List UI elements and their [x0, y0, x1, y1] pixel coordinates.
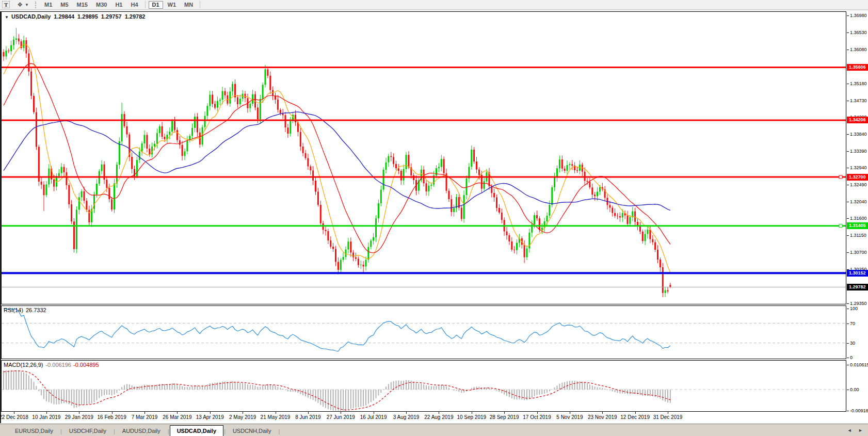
price-axis-tick: 1.33840	[850, 132, 867, 137]
timeframe-D1[interactable]: D1	[149, 1, 163, 9]
ohlc-low: 1.29757	[101, 13, 122, 20]
timeframe-W1[interactable]: W1	[164, 1, 180, 9]
chart-symbol-label: USDCAD,Daily	[11, 13, 51, 20]
chart-title: ▼USDCAD,Daily1.298441.298951.297571.2978…	[5, 13, 145, 20]
ohlc-close: 1.29782	[125, 13, 146, 20]
macd-axis-tick: -0.009183	[850, 408, 868, 413]
toolbar-grip[interactable]	[35, 2, 36, 8]
macd-value: -0.006196	[45, 362, 71, 368]
toolbar-separator	[145, 1, 146, 8]
tab-USDCAD[interactable]: USDCAD,Daily	[170, 425, 223, 436]
rsi-axis-tick: 70	[850, 321, 855, 326]
axis-tick-mark	[847, 50, 849, 50]
macd-histogram	[3, 370, 671, 411]
date-axis-label: 2 May 2019	[229, 414, 256, 420]
tab-USDCHF[interactable]: USDCHF,Daily	[62, 426, 113, 436]
macd-canvas[interactable]	[2, 361, 846, 411]
hline-price-label[interactable]: 1.30152	[847, 270, 868, 277]
tab-scroll-left-icon[interactable]: ◄	[847, 428, 852, 433]
date-axis-label: 5 Nov 2019	[556, 414, 583, 420]
timeframe-M5[interactable]: M5	[57, 1, 72, 9]
date-tick-mark	[308, 412, 309, 414]
draw-tool-button[interactable]: ❖ ▼	[12, 1, 29, 8]
date-axis-label: 12 Dec 2019	[620, 414, 650, 420]
tab-separator: |	[278, 427, 280, 436]
date-axis-label: 27 Jun 2019	[327, 414, 355, 420]
chart-window: ▼USDCAD,Daily1.298441.298951.297571.2978…	[1, 11, 846, 423]
price-axis-tick: 1.32040	[850, 199, 867, 204]
date-axis-label: 13 Apr 2019	[196, 414, 224, 420]
tab-EURUSD[interactable]: EURUSD,Daily	[8, 426, 60, 436]
price-axis-tick: 1.35180	[850, 81, 867, 86]
date-tick-mark	[668, 412, 668, 414]
line-handle[interactable]	[839, 224, 842, 228]
tab-USDCNH[interactable]: USDCNH,Daily	[226, 426, 278, 436]
axis-tick-mark	[847, 309, 849, 309]
price-axis[interactable]: 1.369801.365301.360801.356301.351801.347…	[847, 11, 868, 412]
timeframe-MN[interactable]: MN	[181, 1, 197, 9]
timeframe-M15[interactable]: M15	[73, 1, 91, 9]
timeframe-H4[interactable]: H4	[127, 1, 141, 9]
hline-price-label[interactable]: 1.32700	[847, 174, 868, 181]
date-tick-mark	[46, 412, 47, 414]
date-tick-mark	[570, 412, 570, 414]
axis-tick-mark	[847, 411, 849, 411]
main-chart-panel: ▼USDCAD,Daily1.298441.298951.297571.2978…	[1, 11, 846, 304]
price-axis-tick: 1.29350	[850, 301, 867, 306]
date-axis-label: 22 Dec 2018	[0, 414, 28, 420]
price-axis-tick: 1.36980	[850, 13, 867, 18]
date-tick-mark	[210, 412, 211, 414]
axis-tick-mark	[847, 101, 849, 101]
date-axis-label: 10 Jan 2019	[32, 414, 60, 420]
timeframe-M1[interactable]: M1	[41, 1, 56, 9]
price-axis-tick: 1.31600	[850, 216, 867, 221]
date-tick-mark	[374, 412, 374, 414]
line-handle[interactable]	[839, 175, 842, 179]
hline-price-label[interactable]: 1.34206	[847, 117, 868, 123]
timeframe-M30[interactable]: M30	[92, 1, 110, 9]
rsi-axis-tick: 100	[850, 306, 858, 311]
axis-tick-mark	[847, 15, 849, 16]
axis-tick-mark	[847, 134, 849, 135]
axis-tick-mark	[847, 343, 849, 344]
macd-signal-line	[4, 371, 670, 410]
text-tool-button[interactable]: T	[2, 1, 10, 8]
chart-tab-bar: EURUSD,Daily|USDCHF,Daily|AUDUSD,Daily|U…	[0, 424, 868, 436]
date-tick-mark	[406, 412, 407, 414]
text-tool-icon: T	[2, 1, 10, 8]
macd-signal-value: -0.004895	[73, 362, 99, 368]
date-axis[interactable]: 22 Dec 201810 Jan 201929 Jan 201916 Feb …	[1, 412, 868, 423]
date-axis-label: 7 Mar 2019	[132, 414, 158, 420]
rsi-name: RSI(14)	[4, 307, 23, 313]
date-axis-label: 31 Dec 2019	[653, 414, 683, 420]
hline-price-label[interactable]: 1.35606	[847, 64, 868, 71]
date-tick-mark	[439, 412, 439, 414]
date-axis-label: 23 Nov 2019	[588, 414, 617, 420]
hline-price-label[interactable]: 1.31405	[847, 222, 868, 229]
tab-AUDUSD[interactable]: AUDUSD,Daily	[116, 426, 167, 436]
ma-line-slow	[4, 112, 670, 211]
rsi-indicator-label: RSI(14)26.7332	[4, 307, 46, 313]
date-axis-label: 28 Sep 2019	[490, 414, 519, 420]
main-chart-canvas[interactable]	[2, 12, 846, 304]
rsi-value: 26.7332	[26, 307, 46, 313]
timeframe-H1[interactable]: H1	[111, 1, 126, 9]
candle-wicks	[4, 28, 670, 297]
toolbar: T ❖ ▼ M1M5M15M30H1H4D1W1MN	[0, 0, 868, 10]
date-axis-label: 16 Jul 2019	[360, 414, 387, 420]
price-axis-tick: 1.32940	[850, 165, 867, 170]
axis-tick-mark	[847, 324, 849, 324]
date-axis-label: 8 Jun 2019	[295, 414, 321, 420]
date-axis-label: 21 May 2019	[261, 414, 291, 420]
date-tick-mark	[602, 412, 603, 414]
tab-scroll-right-icon[interactable]: ►	[858, 428, 863, 433]
date-axis-label: 16 Feb 2019	[98, 414, 126, 420]
date-tick-mark	[177, 412, 178, 414]
price-axis-tick: 1.36530	[850, 30, 867, 35]
date-axis-label: 26 Mar 2019	[163, 414, 191, 420]
macd-panel: MACD(12,26,9)-0.006196-0.004895	[1, 360, 846, 412]
rsi-canvas[interactable]	[2, 306, 846, 359]
chart-menu-icon[interactable]: ▼	[5, 15, 9, 20]
chevron-down-icon: ▼	[25, 3, 29, 7]
date-tick-mark	[341, 412, 341, 414]
